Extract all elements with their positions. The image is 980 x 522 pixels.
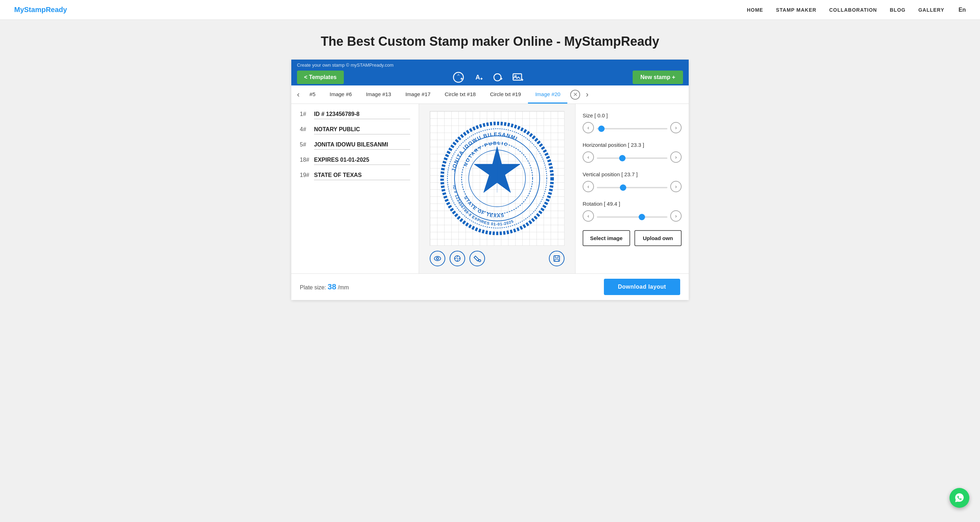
svg-point-26: [434, 256, 441, 261]
header-text: Create your own stamp © mySTAMPready.com: [297, 62, 683, 68]
plate-size-unit: /mm: [338, 284, 349, 290]
field-value-4[interactable]: NOTARY PUBLIC: [314, 126, 410, 135]
toolbar: < Templates A A: [297, 71, 683, 84]
field-row-4: 4# NOTARY PUBLIC: [300, 126, 410, 135]
add-text-icon[interactable]: A: [472, 71, 485, 84]
size-slider[interactable]: [597, 128, 667, 129]
vpos-label: Vertical position [ 23.7 ]: [582, 171, 682, 177]
nav-collaboration[interactable]: COLLABORATION: [829, 7, 877, 13]
tab-image20[interactable]: Image #20: [528, 86, 567, 103]
field-row-19: 19# STATE OF TEXAS: [300, 172, 410, 180]
language-selector[interactable]: En: [959, 7, 966, 13]
rotation-label: Rotation [ 49.4 ]: [582, 201, 682, 207]
nav-links: HOME STAMP MAKER COLLABORATION BLOG GALL…: [747, 7, 945, 13]
rotation-decrease-button[interactable]: ‹: [582, 210, 594, 222]
rotation-slider[interactable]: [597, 216, 667, 218]
paint-bucket-button[interactable]: [469, 251, 485, 266]
controls-panel: Size [ 0.0 ] ‹ › Horizontal position [ 2…: [575, 104, 689, 273]
stamp-preview: JONITA IDOWU BILESANMI NOTARY PUBLIC S: [437, 118, 557, 239]
plate-size-info: Plate size: 38 /mm: [300, 282, 349, 292]
vpos-decrease-button[interactable]: ‹: [582, 181, 594, 192]
size-decrease-button[interactable]: ‹: [582, 122, 594, 133]
field-row-5: 5# JONITA IDOWU BILESANMI: [300, 141, 410, 150]
vpos-increase-button[interactable]: ›: [670, 181, 682, 192]
field-num-19: 19#: [300, 172, 310, 178]
hpos-increase-button[interactable]: ›: [670, 151, 682, 163]
plate-size-value: 38: [328, 282, 336, 291]
nav-home[interactable]: HOME: [747, 7, 763, 13]
vpos-slider[interactable]: [597, 187, 667, 188]
field-num-4: 4#: [300, 126, 310, 133]
toolbar-icons: A A: [348, 71, 628, 84]
nav-gallery[interactable]: GALLERY: [918, 7, 944, 13]
field-num-5: 5#: [300, 141, 310, 148]
add-image-icon[interactable]: [512, 71, 524, 84]
hpos-slider-row: ‹ ›: [582, 151, 682, 163]
size-slider-row: ‹ ›: [582, 122, 682, 133]
select-image-button[interactable]: Select image: [582, 230, 630, 246]
content-area: 1# ID # 123456789-8 4# NOTARY PUBLIC 5# …: [291, 104, 689, 273]
site-logo[interactable]: MyStampReady: [14, 6, 67, 14]
new-stamp-button[interactable]: New stamp +: [633, 71, 683, 84]
tabs-next-button[interactable]: ›: [583, 90, 591, 99]
tab-5[interactable]: #5: [302, 86, 323, 103]
svg-point-27: [436, 257, 439, 260]
tab-image6[interactable]: Image #6: [323, 86, 359, 103]
add-shape-icon[interactable]: [492, 71, 504, 84]
upload-own-button[interactable]: Upload own: [635, 230, 682, 246]
svg-point-7: [494, 74, 501, 81]
nav-blog[interactable]: BLOG: [890, 7, 905, 13]
download-layout-button[interactable]: Download layout: [604, 279, 681, 295]
save-canvas-button[interactable]: [549, 251, 565, 266]
templates-button[interactable]: < Templates: [297, 71, 344, 84]
tab-image13[interactable]: Image #13: [359, 86, 398, 103]
fields-panel: 1# ID # 123456789-8 4# NOTARY PUBLIC 5# …: [291, 104, 419, 273]
tab-circletxt19[interactable]: Circle txt #19: [483, 86, 528, 103]
tabs-row: ‹ #5 Image #6 Image #13 Image #17 Circle…: [291, 86, 689, 104]
svg-text:A: A: [457, 73, 460, 76]
svg-point-11: [514, 76, 516, 77]
size-increase-button[interactable]: ›: [670, 122, 682, 133]
canvas-controls: [430, 251, 565, 266]
stamp-canvas[interactable]: JONITA IDOWU BILESANMI NOTARY PUBLIC S: [430, 111, 565, 246]
field-value-19[interactable]: STATE OF TEXAS: [314, 172, 410, 180]
plate-size-label: Plate size:: [300, 284, 326, 290]
svg-point-33: [479, 260, 481, 262]
tab-circletxt18[interactable]: Circle txt #18: [438, 86, 483, 103]
rotation-slider-row: ‹ ›: [582, 210, 682, 222]
size-control: Size [ 0.0 ] ‹ ›: [582, 113, 682, 133]
field-value-1[interactable]: ID # 123456789-8: [314, 111, 410, 119]
vpos-slider-row: ‹ ›: [582, 181, 682, 192]
canvas-panel: JONITA IDOWU BILESANMI NOTARY PUBLIC S: [419, 104, 575, 273]
tabs-prev-button[interactable]: ‹: [294, 90, 302, 99]
tab-close-button[interactable]: ✕: [570, 90, 580, 100]
field-num-1: 1#: [300, 111, 310, 117]
field-value-5[interactable]: JONITA IDOWU BILESANMI: [314, 141, 410, 150]
hpos-slider[interactable]: [597, 157, 667, 159]
vpos-control: Vertical position [ 23.7 ] ‹ ›: [582, 171, 682, 192]
field-num-18: 18#: [300, 157, 310, 163]
image-buttons: Select image Upload own: [582, 230, 682, 246]
whatsapp-fab-button[interactable]: [950, 488, 969, 508]
field-value-18[interactable]: EXPIRES 01-01-2025: [314, 157, 410, 165]
rotation-increase-button[interactable]: ›: [670, 210, 682, 222]
card-header: Create your own stamp © mySTAMPready.com…: [291, 60, 689, 86]
magic-wand-button[interactable]: [450, 251, 465, 266]
hpos-decrease-button[interactable]: ‹: [582, 151, 594, 163]
hpos-label: Horizontal position [ 23.3 ]: [582, 142, 682, 148]
size-label: Size [ 0.0 ]: [582, 113, 682, 119]
hpos-control: Horizontal position [ 23.3 ] ‹ ›: [582, 142, 682, 163]
nav-stamp-maker[interactable]: STAMP MAKER: [776, 7, 816, 13]
eye-button[interactable]: [430, 251, 445, 266]
add-circle-text-icon[interactable]: A: [452, 71, 465, 84]
page-title: The Best Custom Stamp maker Online - MyS…: [7, 34, 973, 49]
stamp-editor-card: Create your own stamp © mySTAMPready.com…: [291, 60, 689, 300]
tab-image17[interactable]: Image #17: [398, 86, 438, 103]
rotation-control: Rotation [ 49.4 ] ‹ ›: [582, 201, 682, 222]
svg-text:A: A: [476, 74, 480, 81]
footer-bar: Plate size: 38 /mm Download layout: [291, 273, 689, 300]
field-row-18: 18# EXPIRES 01-01-2025: [300, 157, 410, 165]
field-row-1: 1# ID # 123456789-8: [300, 111, 410, 119]
page-title-section: The Best Custom Stamp maker Online - MyS…: [0, 20, 980, 60]
